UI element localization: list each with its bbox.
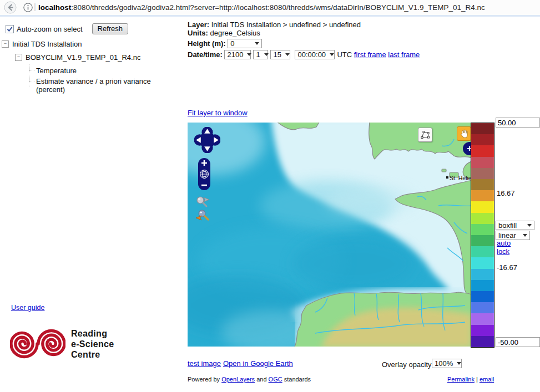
tree-dataset-label[interactable]: BOBYCLIM_V1.9_TEMP_01_R4.nc xyxy=(26,53,140,62)
dropdown-caret-icon xyxy=(264,53,269,56)
month-select[interactable]: 1 xyxy=(253,50,268,59)
colorbar-cell xyxy=(471,246,494,257)
colorbar-cell xyxy=(471,302,494,313)
colorbar-cell xyxy=(471,224,494,235)
scale-min-input[interactable] xyxy=(496,337,540,347)
fit-layer-link[interactable]: Fit layer to window xyxy=(188,109,248,117)
scale-type-value: linear xyxy=(498,231,516,240)
dropdown-caret-icon xyxy=(523,234,527,237)
pan-tool-button[interactable] xyxy=(457,126,471,141)
map-viewport[interactable]: St. Helier xyxy=(188,123,471,347)
logo-text: Reading e-Science Centre xyxy=(71,328,114,360)
colorbar-cell xyxy=(471,190,494,201)
tree-item-temperature[interactable]: Temperature xyxy=(29,67,164,75)
user-guide-link[interactable]: User guide xyxy=(11,304,44,312)
and-text: and xyxy=(256,376,266,383)
pan-compass-control[interactable] xyxy=(194,127,220,155)
year-select[interactable]: 2100 xyxy=(224,50,251,59)
colorbar[interactable] xyxy=(471,123,494,348)
month-value: 1 xyxy=(256,50,260,59)
polygon-icon xyxy=(420,129,431,140)
zoom-bar-control[interactable] xyxy=(198,158,210,192)
scale-upper-label: 16.67 xyxy=(497,189,515,197)
powered-prefix: Powered by xyxy=(188,376,220,383)
colorbar-cell xyxy=(471,313,494,324)
zoom-box-tool-button[interactable] xyxy=(418,128,432,142)
back-icon[interactable] xyxy=(4,1,17,16)
time-select[interactable]: 00:00:00 xyxy=(295,50,335,59)
autozoom-checkbox[interactable] xyxy=(6,25,14,33)
units-value: degree_Celsius xyxy=(210,29,260,37)
info-icon[interactable] xyxy=(23,3,33,14)
hand-icon xyxy=(459,129,469,139)
colorbar-cell xyxy=(471,123,494,134)
height-value: 0 xyxy=(230,39,234,48)
colorbar-cell xyxy=(471,201,494,212)
layer-label: Layer: xyxy=(188,21,209,29)
last-frame-link[interactable]: last frame xyxy=(388,50,420,59)
map-canvas: St. Helier xyxy=(188,123,471,347)
colorbar-cell xyxy=(471,134,494,145)
height-select[interactable]: 0 xyxy=(228,39,262,48)
colorbar-cell xyxy=(471,325,494,336)
resc-logo: Reading e-Science Centre xyxy=(10,327,114,360)
lock-scale-link[interactable]: lock xyxy=(497,247,509,256)
zoom-history-prev-icon[interactable] xyxy=(195,209,210,224)
time-value: 00:00:00 xyxy=(297,50,326,59)
auto-scale-link[interactable]: auto xyxy=(497,239,511,247)
dataset-tree: − Initial TDS Installation − BOBYCLIM_V1… xyxy=(2,40,179,96)
scale-lower-label: -16.67 xyxy=(497,263,517,272)
permalink-separator: | xyxy=(476,376,478,383)
zoom-history-next-icon[interactable] xyxy=(195,195,210,210)
tree-node-root: − Initial TDS Installation xyxy=(2,40,179,48)
email-link[interactable]: email xyxy=(480,376,494,383)
chrome-divider: | xyxy=(34,2,36,11)
scale-max-input[interactable] xyxy=(496,118,540,128)
colorbar-cell xyxy=(471,179,494,190)
first-frame-link[interactable]: first frame xyxy=(354,50,386,59)
colorbar-cell xyxy=(471,168,494,179)
permalink-link[interactable]: Permalink xyxy=(447,376,475,383)
spiral-logo-icon xyxy=(10,327,65,360)
colorbar-cell xyxy=(471,157,494,168)
layer-value: Initial TDS Installation > undefined > u… xyxy=(211,21,361,29)
google-earth-link[interactable]: Open in Google Earth xyxy=(223,359,293,368)
style-select[interactable]: boxfill xyxy=(496,221,534,230)
dropdown-caret-icon xyxy=(330,53,334,56)
tree-item-variance[interactable]: Estimate variance / a priori variance (p… xyxy=(29,77,164,94)
colorbar-cell xyxy=(471,213,494,224)
colorbar-cell xyxy=(471,291,494,302)
checkmark-icon xyxy=(6,26,13,33)
logo-line2: e-Science xyxy=(71,339,114,349)
dropdown-caret-icon xyxy=(527,224,532,227)
height-label: Height (m): xyxy=(188,39,226,48)
colorbar-cell xyxy=(471,280,494,291)
address-bar[interactable]: localhost:8080/thredds/godiva2/godiva2.h… xyxy=(38,3,485,12)
collapse-icon[interactable]: − xyxy=(2,40,9,48)
url-domain: localhost xyxy=(38,3,71,12)
refresh-button[interactable]: Refresh xyxy=(92,23,129,34)
tree-variables: Temperature Estimate variance / a priori… xyxy=(29,67,179,94)
standards-text: standards xyxy=(284,376,311,383)
openlayers-link[interactable]: OpenLayers xyxy=(221,376,255,383)
opacity-select[interactable]: 100% xyxy=(432,359,462,368)
collapse-icon[interactable]: − xyxy=(15,54,22,61)
colorbar-cell xyxy=(471,336,494,347)
datetime-label: Date/time: xyxy=(188,50,223,59)
dropdown-caret-icon xyxy=(285,53,290,56)
tree-node-dataset: − BOBYCLIM_V1.9_TEMP_01_R4.nc xyxy=(15,53,179,62)
utc-label: UTC xyxy=(337,50,352,59)
tree-root-label[interactable]: Initial TDS Installation xyxy=(12,40,82,48)
place-label: St. Helier xyxy=(450,175,471,181)
test-image-link[interactable]: test image xyxy=(188,359,221,368)
colorbar-cell xyxy=(471,257,494,268)
powered-by: Powered by OpenLayers and OGC standards xyxy=(188,376,311,383)
url-path: :8080/thredds/godiva2/godiva2.html?serve… xyxy=(71,3,485,12)
units-label: Units: xyxy=(188,29,208,37)
logo-line1: Reading xyxy=(71,328,114,339)
day-select[interactable]: 15 xyxy=(270,50,290,59)
ogc-link[interactable]: OGC xyxy=(269,376,282,383)
autozoom-label: Auto-zoom on select xyxy=(17,25,83,33)
autozoom-row: Auto-zoom on select Refresh xyxy=(6,23,128,34)
opacity-value: 100% xyxy=(435,359,453,368)
